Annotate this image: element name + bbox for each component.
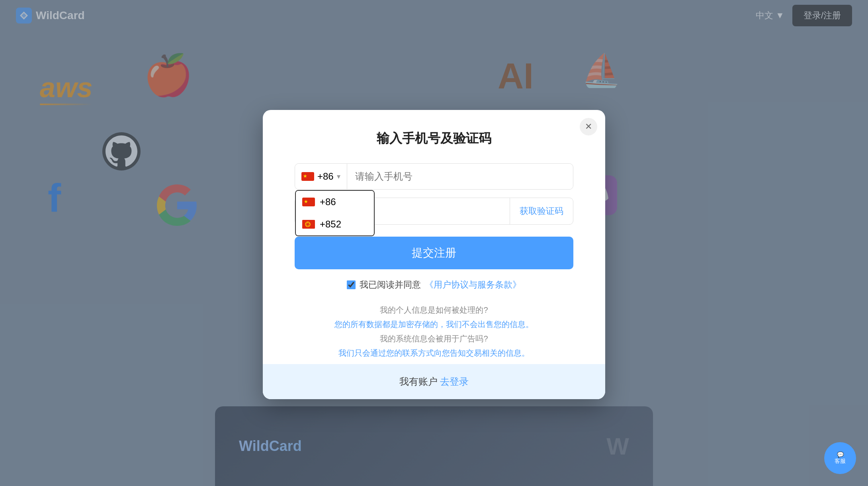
terms-checkbox-row: 我已阅读并同意 《用户协议与服务条款》	[295, 279, 573, 291]
modal: ✕ 输入手机号及验证码 +86 ▾ +86	[263, 110, 605, 399]
go-login-link[interactable]: 去登录	[440, 376, 469, 387]
phone-input[interactable]	[347, 164, 573, 189]
cs-icon: 💬	[837, 451, 844, 458]
get-code-button[interactable]: 获取验证码	[510, 198, 573, 224]
privacy-a2: 我们只会通过您的联系方式向您告知交易相关的信息。	[295, 346, 573, 360]
svg-rect-11	[302, 220, 315, 229]
privacy-q1: 我的个人信息是如何被处理的?	[295, 303, 573, 317]
close-button[interactable]: ✕	[580, 118, 597, 135]
submit-button[interactable]: 提交注册	[295, 237, 573, 269]
dropdown-item-cn[interactable]: +86	[296, 191, 374, 213]
modal-title: 输入手机号及验证码	[295, 130, 573, 147]
china-flag-icon	[301, 172, 314, 181]
dropdown-chevron-icon: ▾	[337, 172, 340, 181]
country-dropdown: +86 +852	[295, 190, 375, 236]
privacy-a1: 您的所有数据都是加密存储的，我们不会出售您的信息。	[295, 317, 573, 331]
footer-text: 我有账户	[399, 376, 438, 387]
checkbox-label: 我已阅读并同意	[360, 279, 421, 291]
modal-footer: 我有账户 去登录	[263, 364, 605, 399]
cs-label: 客服	[835, 458, 846, 465]
hk-code: +852	[320, 219, 341, 230]
terms-link[interactable]: 《用户协议与服务条款》	[425, 279, 521, 291]
privacy-q2: 我的系统信息会被用于广告吗?	[295, 331, 573, 346]
country-code: +86	[317, 171, 334, 182]
modal-body: 输入手机号及验证码 +86 ▾ +86	[263, 110, 605, 360]
hk-flag-icon	[302, 220, 315, 229]
privacy-info: 我的个人信息是如何被处理的? 您的所有数据都是加密存储的，我们不会出售您的信息。…	[295, 303, 573, 360]
terms-checkbox[interactable]	[347, 280, 356, 289]
country-selector[interactable]: +86 ▾	[295, 164, 347, 189]
dropdown-item-hk[interactable]: +852	[296, 213, 374, 235]
cn-code: +86	[320, 196, 336, 208]
cn-flag-icon	[302, 198, 315, 206]
customer-service-button[interactable]: 💬 客服	[824, 442, 856, 474]
phone-row: +86 ▾ +86	[295, 163, 573, 190]
